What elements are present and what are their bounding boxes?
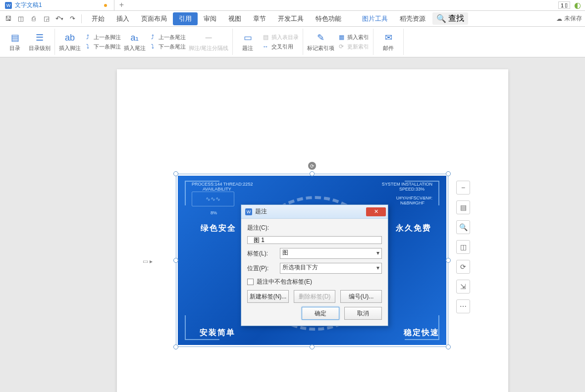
footnote-icon: ab (64, 32, 76, 44)
xref-icon: ↔ (262, 43, 269, 50)
resize-handle[interactable] (446, 171, 451, 176)
resize-handle[interactable] (173, 344, 178, 349)
wps-word-icon: W (245, 208, 252, 215)
print-preview-icon[interactable]: ◫ (16, 14, 26, 24)
resize-handle[interactable] (446, 258, 451, 263)
next-endnote-button[interactable]: ⤵下一条尾注 (149, 43, 186, 50)
caption-field-label: 题注(C): (247, 224, 382, 232)
ok-button[interactable]: 确定 (302, 307, 339, 320)
position-select[interactable]: 所选项目下方 (280, 263, 382, 274)
menu-docer[interactable]: 稻壳资源 (394, 12, 431, 25)
insert-endnote-button[interactable]: a₁ 插入尾注 (124, 32, 146, 52)
anchor-indicator[interactable]: ▭ ▸ (143, 258, 153, 265)
resize-handle[interactable] (310, 344, 315, 349)
mail-button[interactable]: ✉ 邮件 (377, 32, 399, 52)
next-icon: ⤵ (84, 43, 92, 50)
mark-index-button[interactable]: ✎ 标记索引项 (307, 32, 334, 52)
prev-endnote-button[interactable]: ⤴上一条尾注 (149, 33, 186, 41)
floating-toolbar: − ▤ 🔍 ◫ ⟳ ⇲ ⋯ (456, 181, 470, 313)
redo-button[interactable]: ↷ (67, 14, 77, 24)
exclude-label-checkbox[interactable] (247, 279, 254, 285)
menu-review[interactable]: 审阅 (198, 12, 222, 25)
menu-references[interactable]: 引用 (173, 12, 198, 25)
endnote-icon: a₁ (129, 32, 141, 44)
new-tab-button[interactable]: + (114, 0, 129, 11)
caption-icon: ▭ (242, 32, 254, 44)
menu-view[interactable]: 视图 (222, 12, 247, 25)
dialog-titlebar[interactable]: W 题注 ✕ (241, 205, 388, 219)
next-footnote-button[interactable]: ⤵下一条脚注 (84, 43, 121, 50)
mark-index-icon: ✎ (315, 32, 327, 44)
separator-icon: ─ (203, 32, 214, 44)
layout-icon[interactable]: ▤ (456, 200, 470, 214)
toc-level-button[interactable]: ☰ 目录级别 (29, 32, 51, 52)
caption-input[interactable] (247, 236, 382, 244)
menu-bar: 🖫 ◫ ⎙ ◲ ↶▾ ↷ 开始 插入 页面布局 引用 审阅 视图 章节 开发工具… (0, 11, 585, 27)
tab-title: 文字文稿1 (15, 1, 42, 9)
close-button[interactable]: ✕ (366, 207, 386, 216)
cancel-button[interactable]: 取消 (344, 307, 382, 320)
menu-start[interactable]: 开始 (86, 12, 110, 25)
menu-picture-tools[interactable]: 图片工具 (356, 12, 394, 25)
print-icon[interactable]: ⎙ (29, 14, 39, 24)
footnote-separator-button: ─ 脚注/尾注分隔线 (189, 32, 228, 52)
page-count-badge[interactable]: 1 ▯ (558, 1, 570, 9)
prev-footnote-button[interactable]: ⤴上一条脚注 (84, 33, 121, 41)
cross-reference-button[interactable]: ↔交叉引用 (262, 43, 299, 50)
zoom-icon[interactable]: 🔍 (456, 220, 470, 234)
resize-handle[interactable] (446, 344, 451, 349)
search-icon: 🔍 (436, 14, 446, 23)
tag-select[interactable]: 图 (280, 248, 382, 259)
ribbon: ▤ 目录 ☰ 目录级别 ab 插入脚注 ⤴上一条脚注 ⤵下一条脚注 a₁ 插入尾… (0, 27, 585, 57)
zoom-out-icon[interactable]: − (456, 181, 470, 195)
search-box[interactable]: 🔍 查找 (432, 12, 468, 25)
menu-page-layout[interactable]: 页面布局 (135, 12, 173, 25)
document-canvas[interactable]: ▭ ▸ PROCESS:144 THREAD:2252 AVAILABILITY… (0, 57, 585, 392)
cloud-icon: ☁ (556, 15, 562, 22)
menu-features[interactable]: 特色功能 (310, 12, 347, 25)
mail-icon: ✉ (382, 32, 394, 44)
update-index-button: ⟳更新索引 (337, 43, 369, 50)
save-icon[interactable]: 🖫 (3, 14, 13, 24)
tot-icon: ▤ (262, 33, 269, 41)
insert-tot-button: ▤插入表目录 (262, 33, 299, 41)
export-icon[interactable]: ⇲ (456, 280, 470, 294)
rotate-icon[interactable]: ⟳ (456, 260, 470, 274)
position-label: 位置(P): (247, 264, 277, 273)
resize-handle[interactable] (173, 258, 178, 263)
menu-chapter[interactable]: 章节 (247, 12, 272, 25)
document-tab[interactable]: W 文字文稿1 (0, 0, 114, 11)
rotate-handle[interactable]: ⟳ (308, 162, 316, 170)
toc-level-icon: ☰ (34, 32, 46, 44)
update-icon: ⟳ (337, 43, 345, 50)
insert-index-icon: ▦ (337, 33, 345, 41)
crop-icon[interactable]: ◫ (456, 240, 470, 254)
main-menus: 开始 插入 页面布局 引用 审阅 视图 章节 开发工具 特色功能 图片工具 稻壳… (86, 12, 431, 25)
document-tabbar: W 文字文稿1 + 1 ▯ ◐ (0, 0, 585, 11)
more-icon[interactable]: ⋯ (456, 299, 470, 313)
wps-word-icon: W (5, 2, 12, 9)
prev-icon: ⤴ (84, 33, 92, 41)
delete-tag-button: 删除标签(D) (294, 290, 335, 303)
prev-icon: ⤴ (149, 33, 157, 41)
numbering-button[interactable]: 编号(U)... (340, 290, 382, 303)
toc-button[interactable]: ▤ 目录 (4, 32, 26, 52)
exclude-label-text: 题注中不包含标签(E) (257, 278, 312, 286)
undo-button[interactable]: ↶▾ (54, 14, 64, 24)
tag-label: 标签(L): (247, 249, 277, 258)
paste-icon[interactable]: ◲ (42, 14, 52, 24)
insert-index-button[interactable]: ▦插入索引 (337, 33, 369, 41)
insert-footnote-button[interactable]: ab 插入脚注 (59, 32, 81, 52)
resize-handle[interactable] (310, 171, 315, 176)
dialog-title: 题注 (255, 207, 267, 216)
new-tag-button[interactable]: 新建标签(N)... (247, 290, 289, 303)
toc-icon: ▤ (9, 32, 21, 44)
menu-dev-tools[interactable]: 开发工具 (272, 12, 310, 25)
caption-button[interactable]: ▭ 题注 (237, 32, 259, 52)
menu-insert[interactable]: 插入 (110, 12, 135, 25)
modified-indicator-icon (104, 4, 107, 7)
skin-icon[interactable]: ◐ (574, 0, 581, 10)
cloud-unsaved[interactable]: ☁ 未保存 (556, 14, 582, 23)
resize-handle[interactable] (173, 171, 178, 176)
next-icon: ⤵ (149, 43, 157, 50)
